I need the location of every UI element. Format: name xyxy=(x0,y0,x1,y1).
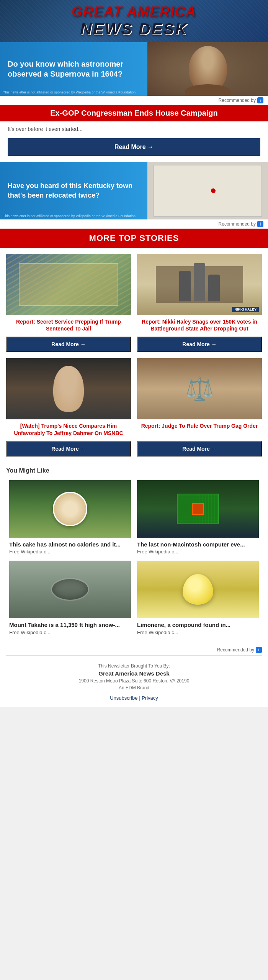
recommended-row-2: Recommended by i xyxy=(0,219,268,229)
wiki-source-3: Free Wikipedia c... xyxy=(9,630,131,635)
wiki-image-3 xyxy=(9,561,131,618)
wiki-title-2: The last non-Macintosh computer eve... xyxy=(137,541,259,548)
rec-badge-2: i xyxy=(257,221,263,227)
main-headline-bar: Ex-GOP Congressman Ends House Campaign xyxy=(0,105,268,121)
wiki-grid: This cake has almost no calories and it.… xyxy=(0,477,268,645)
story-image-1 xyxy=(6,254,131,315)
lemon-visual xyxy=(183,574,213,605)
footer-links: Unsubscribe | Privacy xyxy=(6,695,262,701)
footer-address: 1900 Reston Metro Plaza Suite 600 Reston… xyxy=(6,678,262,684)
recommended-row-1: Recommended by i xyxy=(0,96,268,105)
ad-disclaimer-2: This newsletter is not affiliated or spo… xyxy=(3,214,137,218)
wiki-source-1: Free Wikipedia c... xyxy=(9,549,131,555)
ad-disclaimer-1: This newsletter is not affiliated or spo… xyxy=(3,90,137,94)
ad-banner-2[interactable]: Have you heard of this Kentucky town tha… xyxy=(0,162,268,219)
portrait-image xyxy=(189,46,227,92)
you-might-like-header: You Might Like xyxy=(0,463,268,477)
stories-grid: Report: Secret Service Prepping If Trump… xyxy=(0,248,268,463)
wiki-card-4[interactable]: Limonene, a compound found in... Free Wi… xyxy=(134,558,262,638)
ad-text-2: Have you heard of this Kentucky town tha… xyxy=(0,173,147,208)
story-read-more-2[interactable]: Read More → xyxy=(137,337,262,352)
wiki-source-2: Free Wikipedia c... xyxy=(137,549,259,555)
privacy-link[interactable]: Privacy xyxy=(142,695,158,701)
story-image-4: ⚖️ xyxy=(137,358,262,419)
ad-portrait-1 xyxy=(147,42,268,96)
article-teaser: It's over before it even started... xyxy=(0,121,268,135)
more-stories-header: MORE TOP STORIES xyxy=(0,229,268,248)
story-title-2: Report: Nikki Haley Snags over 150K vote… xyxy=(137,315,262,334)
story-read-more-3[interactable]: Read More → xyxy=(6,441,131,456)
story-card-3: [Watch] Trump's Niece Compares Him Unfav… xyxy=(6,358,131,456)
story-image-3 xyxy=(6,358,131,419)
nikki-badge: NIKKI HALEY xyxy=(232,307,259,312)
wiki-image-4 xyxy=(137,561,259,618)
story-title-4: Report: Judge To Rule Over Trump Gag Ord… xyxy=(137,419,262,438)
footer-rec-badge: i xyxy=(256,647,262,653)
story-title-3: [Watch] Trump's Niece Compares Him Unfav… xyxy=(6,419,131,438)
wiki-title-3: Mount Takahe is a 11,350 ft high snow-..… xyxy=(9,621,131,629)
wiki-title-1: This cake has almost no calories and it.… xyxy=(9,541,131,548)
footer-brand: Great America News Desk xyxy=(6,670,262,677)
story-read-more-4[interactable]: Read More → xyxy=(137,441,262,456)
wiki-image-2 xyxy=(137,480,259,538)
wiki-card-3[interactable]: Mount Takahe is a 11,350 ft high snow-..… xyxy=(6,558,134,638)
footer-section: This Newsletter Brought To You By: Great… xyxy=(0,656,268,707)
footer-brought-by: This Newsletter Brought To You By: xyxy=(6,663,262,669)
circuit-visual xyxy=(177,494,219,524)
footer-recommended-row: Recommended by i xyxy=(0,645,268,655)
recommended-label-1: Recommended by xyxy=(219,98,256,103)
wiki-card-2[interactable]: The last non-Macintosh computer eve... F… xyxy=(134,477,262,558)
wiki-title-4: Limonene, a compound found in... xyxy=(137,621,259,629)
main-read-more-button[interactable]: Read More → xyxy=(8,138,260,156)
gavel-icon: ⚖️ xyxy=(185,375,214,402)
wiki-card-1[interactable]: This cake has almost no calories and it.… xyxy=(6,477,134,558)
page-container: Great America News Desk Do you know whic… xyxy=(0,0,268,707)
header-banner: Great America News Desk xyxy=(0,0,268,42)
chip-visual xyxy=(192,503,204,515)
ad-text-1: Do you know which astronomer observed a … xyxy=(0,51,147,87)
wiki-image-1 xyxy=(9,480,131,538)
story-title-1: Report: Secret Service Prepping If Trump… xyxy=(6,315,131,334)
map-image xyxy=(154,165,262,217)
header-title: Great America News Desk xyxy=(72,4,196,38)
story-card-2: NIKKI HALEY Report: Nikki Haley Snags ov… xyxy=(137,254,262,352)
ad-banner-1[interactable]: Do you know which astronomer observed a … xyxy=(0,42,268,96)
recommended-label-2: Recommended by xyxy=(219,221,256,227)
trump-figure xyxy=(53,366,84,412)
footer-recommended-label: Recommended by xyxy=(217,647,254,653)
cake-visual xyxy=(53,492,87,526)
story-card-1: Report: Secret Service Prepping If Trump… xyxy=(6,254,131,352)
crater-visual xyxy=(51,578,89,601)
story-card-4: ⚖️ Report: Judge To Rule Over Trump Gag … xyxy=(137,358,262,456)
unsubscribe-link[interactable]: Unsubscribe xyxy=(110,695,137,701)
story-read-more-1[interactable]: Read More → xyxy=(6,337,131,352)
wiki-source-4: Free Wikipedia c... xyxy=(137,630,259,635)
header-line1: Great America xyxy=(72,4,196,20)
story-image-2: NIKKI HALEY xyxy=(137,254,262,315)
header-line2: News Desk xyxy=(72,20,196,38)
rec-badge-1: i xyxy=(257,97,263,103)
ad-map-2 xyxy=(147,162,268,219)
footer-edm: An EDM Brand xyxy=(6,685,262,690)
main-headline-text: Ex-GOP Congressman Ends House Campaign xyxy=(50,109,218,117)
